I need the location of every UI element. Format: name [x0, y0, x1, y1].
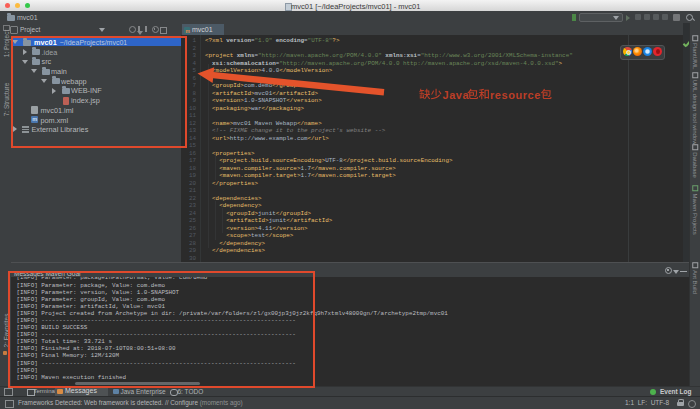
svg-text:resource: resource: [490, 88, 541, 100]
svg-text:Java: Java: [443, 88, 470, 100]
